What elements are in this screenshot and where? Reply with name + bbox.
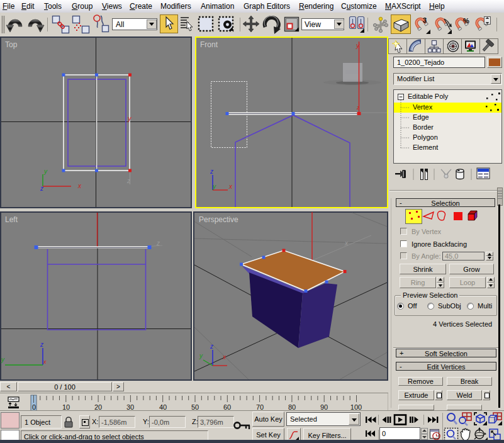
svg-text:x: x bbox=[222, 354, 227, 361]
svg-text:z: z bbox=[156, 240, 160, 247]
svg-text:z: z bbox=[356, 104, 360, 111]
svg-text:Front: Front bbox=[200, 40, 218, 49]
svg-text:%: % bbox=[463, 17, 469, 25]
svg-text:y: y bbox=[1, 356, 5, 363]
svg-text:z: z bbox=[210, 343, 213, 350]
svg-text:z: z bbox=[40, 185, 43, 192]
svg-text:x: x bbox=[43, 359, 47, 365]
svg-text:z: z bbox=[40, 341, 43, 348]
svg-text:View: View bbox=[305, 20, 321, 29]
svg-text:Perspective: Perspective bbox=[199, 215, 238, 224]
svg-text:x: x bbox=[344, 240, 349, 247]
svg-text:Top: Top bbox=[5, 40, 18, 49]
svg-text:y: y bbox=[43, 168, 48, 175]
svg-text:z: z bbox=[210, 168, 213, 175]
svg-text:y: y bbox=[212, 183, 216, 190]
svg-text:y: y bbox=[199, 352, 203, 359]
svg-text:Left: Left bbox=[5, 215, 18, 224]
svg-text:All: All bbox=[116, 20, 124, 29]
svg-text:3: 3 bbox=[423, 16, 427, 24]
svg-text:0: 0 bbox=[382, 430, 386, 437]
svg-text:x: x bbox=[228, 183, 233, 190]
svg-text:z: z bbox=[126, 177, 130, 184]
svg-text:x: x bbox=[77, 182, 82, 189]
